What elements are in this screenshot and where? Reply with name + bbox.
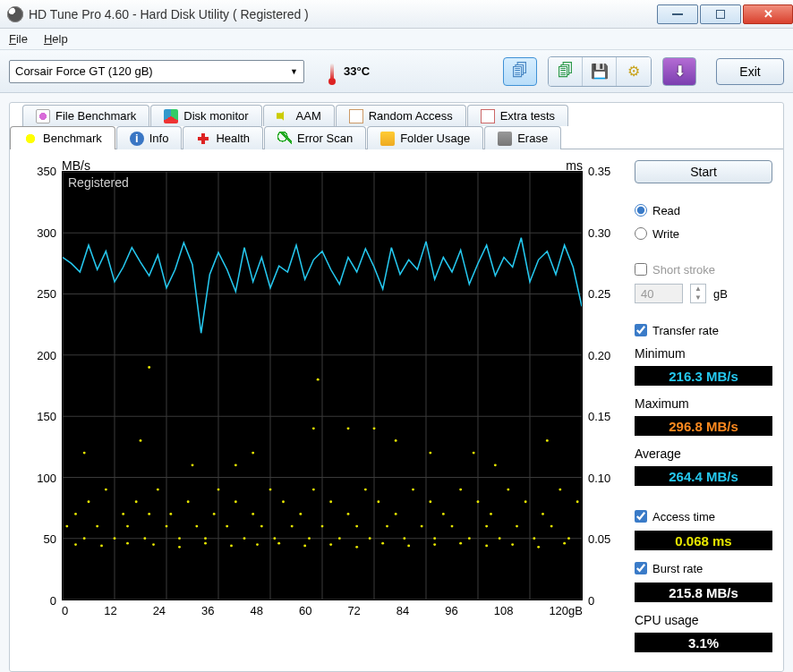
tab-disk-monitor[interactable]: Disk monitor — [150, 105, 261, 126]
tab-folder-usage[interactable]: Folder Usage — [367, 126, 483, 149]
svg-point-73 — [490, 513, 492, 515]
copy-all-button[interactable] — [549, 57, 583, 86]
check-access-time[interactable]: Access time — [635, 507, 772, 525]
svg-point-24 — [105, 489, 107, 491]
svg-point-34 — [178, 537, 181, 540]
temperature-value: 33°C — [344, 64, 370, 78]
tab-aam[interactable]: AAM — [263, 105, 335, 126]
svg-point-96 — [381, 542, 384, 545]
app-icon — [7, 6, 23, 22]
value-average: 264.4 MB/s — [635, 466, 772, 486]
tab-benchmark[interactable]: Benchmark — [10, 126, 115, 149]
svg-point-67 — [442, 513, 445, 515]
svg-point-35 — [187, 500, 190, 503]
random-icon — [349, 109, 363, 123]
svg-point-108 — [317, 379, 320, 381]
svg-point-104 — [83, 452, 86, 455]
toolbar: Corsair Force GT (120 gB) ▼ 33°C Exit — [0, 50, 793, 93]
extra-icon — [481, 109, 495, 123]
svg-point-33 — [169, 513, 172, 515]
svg-point-113 — [148, 366, 150, 369]
svg-point-32 — [166, 525, 168, 528]
svg-point-101 — [511, 543, 514, 546]
options-button[interactable] — [617, 57, 651, 86]
maximize-button[interactable] — [700, 4, 741, 24]
label-average: Average — [635, 447, 772, 461]
copy-button[interactable] — [503, 57, 537, 86]
copy-icon — [512, 62, 528, 81]
temperature-display: 33°C — [326, 58, 370, 85]
save-button[interactable] — [583, 57, 617, 86]
menu-help[interactable]: Help — [44, 32, 68, 46]
check-transfer-rate[interactable]: Transfer rate — [635, 321, 772, 339]
svg-point-71 — [477, 500, 480, 503]
stroke-number[interactable]: 40 — [635, 284, 683, 303]
svg-point-48 — [291, 525, 294, 528]
stroke-unit: gB — [713, 287, 728, 301]
svg-point-29 — [143, 537, 146, 540]
menu-file[interactable]: File — [9, 32, 28, 46]
label-minimum: Minimum — [635, 346, 772, 361]
close-button[interactable]: ✕ — [743, 4, 793, 24]
svg-point-97 — [407, 545, 410, 548]
svg-point-36 — [195, 525, 198, 528]
svg-point-41 — [234, 500, 237, 503]
exit-button[interactable]: Exit — [716, 58, 784, 85]
folder-icon — [380, 132, 395, 146]
svg-point-88 — [178, 546, 181, 549]
bulb-purple-icon — [36, 109, 50, 123]
tab-erase[interactable]: Erase — [484, 126, 561, 149]
thermometer-icon — [326, 58, 338, 85]
tab-health[interactable]: Health — [183, 126, 263, 149]
menubar: File Help — [0, 29, 793, 50]
tab-random-access[interactable]: Random Access — [336, 105, 466, 126]
tab-error-scan[interactable]: Error Scan — [264, 126, 366, 149]
svg-point-109 — [373, 427, 376, 430]
tab-file-benchmark[interactable]: File Benchmark — [22, 105, 149, 126]
health-icon — [196, 132, 210, 146]
svg-point-44 — [260, 525, 263, 528]
titlebar: HD Tune Pro 4.60 - Hard Disk Utility ( R… — [0, 0, 793, 29]
svg-point-85 — [100, 545, 103, 548]
svg-point-99 — [459, 542, 462, 545]
svg-point-62 — [403, 537, 405, 540]
svg-point-47 — [282, 500, 285, 503]
svg-point-54 — [338, 537, 341, 540]
svg-point-66 — [433, 537, 436, 540]
tab-info[interactable]: iInfo — [116, 126, 183, 149]
label-maximum: Maximum — [635, 396, 772, 411]
svg-point-59 — [377, 500, 379, 503]
svg-point-106 — [192, 464, 194, 466]
svg-point-114 — [312, 427, 315, 430]
svg-point-102 — [537, 546, 540, 549]
watermark: Registered — [68, 175, 129, 190]
svg-point-68 — [451, 525, 454, 528]
toolbar-group — [548, 56, 652, 87]
value-cpu: 3.1% — [635, 633, 772, 652]
start-button[interactable]: Start — [635, 160, 772, 183]
svg-point-38 — [213, 513, 216, 515]
benchmark-controls: Start Read Write Short stroke 40 ▲▼ gB T… — [635, 160, 772, 671]
tabs: File Benchmark Disk monitor AAM Random A… — [10, 103, 783, 149]
svg-point-95 — [355, 546, 358, 549]
minimize-button[interactable] — [657, 4, 698, 24]
stroke-spinner[interactable]: ▲▼ — [690, 284, 706, 303]
svg-point-94 — [329, 543, 332, 546]
svg-point-23 — [96, 525, 98, 528]
svg-point-39 — [217, 489, 220, 491]
radio-write[interactable]: Write — [635, 225, 772, 242]
radio-read[interactable]: Read — [635, 201, 772, 219]
svg-point-91 — [256, 543, 259, 546]
svg-point-30 — [148, 513, 150, 515]
check-short-stroke[interactable]: Short stroke — [635, 260, 772, 278]
svg-point-111 — [494, 464, 497, 466]
svg-point-65 — [429, 500, 431, 503]
download-button[interactable] — [662, 57, 696, 86]
svg-point-76 — [516, 525, 518, 528]
check-burst-rate[interactable]: Burst rate — [635, 559, 772, 577]
device-select[interactable]: Corsair Force GT (120 gB) ▼ — [9, 60, 304, 83]
svg-point-22 — [88, 500, 90, 503]
magnifier-icon — [277, 132, 292, 146]
speaker-icon — [277, 109, 291, 123]
tab-extra-tests[interactable]: Extra tests — [467, 105, 568, 126]
